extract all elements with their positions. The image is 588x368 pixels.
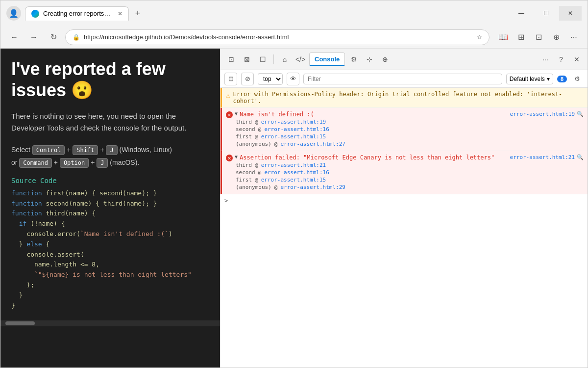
stack-row-2-1: third @ error-assert.html:21 <box>226 161 584 169</box>
search-error-2[interactable]: 🔍 <box>577 154 584 160</box>
fn-second-2: second <box>236 169 255 176</box>
stack-link-1-4[interactable]: error-assert.html:27 <box>280 141 345 147</box>
new-tab-button[interactable]: + <box>131 6 145 20</box>
browser-toolbar: 📖 ⊞ ⊡ ⊕ ··· <box>495 29 582 45</box>
close-devtools-button[interactable]: ✕ <box>570 53 584 66</box>
close-button[interactable]: ✕ <box>559 6 582 21</box>
ctrl-key: Control <box>32 145 65 155</box>
page-content: I've reported a few issues 😮 There is no… <box>0 49 220 320</box>
minimize-button[interactable]: — <box>510 6 533 21</box>
stack-link-1-3[interactable]: error-assert.html:15 <box>261 133 326 140</box>
console-prompt[interactable]: > <box>220 194 588 207</box>
console-tab[interactable]: Console <box>309 53 345 66</box>
maximize-button[interactable]: ☐ <box>535 6 557 21</box>
source-label: Source Code <box>11 177 209 184</box>
tab-close-button[interactable]: ✕ <box>118 10 122 17</box>
plus2: + <box>100 146 104 154</box>
page-subtitle: There is nothing to see here, you need t… <box>11 110 209 134</box>
error-text-1: Name isn't defined :( <box>240 111 314 118</box>
edge-favicon <box>31 10 39 18</box>
horizontal-scrollbar[interactable] <box>0 320 220 326</box>
active-tab[interactable]: Creating error reports and assert ✕ <box>25 6 129 21</box>
j-key2: J <box>97 158 108 168</box>
stack-link-2-2[interactable]: error-assert.html:16 <box>264 169 329 176</box>
cmd-key: Command <box>19 158 52 168</box>
console-settings-button[interactable]: ⚙ <box>571 73 584 85</box>
expand-error-1[interactable]: ▼ <box>235 111 238 116</box>
filter-button[interactable]: ⊘ <box>241 73 254 85</box>
main-content: I've reported a few issues 😮 There is no… <box>0 49 588 368</box>
context-select[interactable]: top <box>258 73 283 85</box>
stack-link-1-1[interactable]: error-assert.html:19 <box>261 119 326 125</box>
level-label: Default levels <box>510 76 545 82</box>
device-mode-button[interactable]: ⊠ <box>240 53 254 66</box>
refresh-button[interactable]: ↻ <box>46 29 61 45</box>
fn-first-1: first <box>236 133 252 140</box>
or-text: or <box>11 158 17 166</box>
chevron-down-icon: ▾ <box>547 76 550 82</box>
eye-icon[interactable]: 👁 <box>287 73 299 85</box>
favorites-icon[interactable]: ☆ <box>477 34 482 41</box>
back-button[interactable]: ← <box>6 29 22 45</box>
forward-button[interactable]: → <box>26 29 42 45</box>
code-block: function first(name) { second(name); } f… <box>11 188 209 311</box>
sources-tab[interactable]: ⚙ <box>347 53 361 66</box>
opt-key: Option <box>60 158 89 168</box>
title-bar: 👤 Creating error reports and assert ✕ + … <box>0 0 588 26</box>
stack-link-2-1[interactable]: error-assert.html:21 <box>261 162 326 168</box>
stack-link-1-2[interactable]: error-assert.html:16 <box>264 126 329 132</box>
web-page: I've reported a few issues 😮 There is no… <box>0 49 220 368</box>
error-message-2: ✕ ▼ Assertion failed: "Microsoft Edge Ca… <box>220 151 588 194</box>
stack-row-1-2: second @ error-assert.html:16 <box>226 126 584 133</box>
dock-button[interactable]: ☐ <box>256 53 270 66</box>
devtools-panel: ⊡ ⊠ ☐ ⌂ </> Console ⚙ ⊹ ⊕ ··· ? ✕ ⊡ ⊘ <box>220 49 588 368</box>
stack-row-2-2: second @ error-assert.html:16 <box>226 169 584 176</box>
page-title: I've reported a few issues 😮 <box>11 58 209 101</box>
search-error-1[interactable]: 🔍 <box>577 111 584 117</box>
stack-row-1-1: third @ error-assert.html:19 <box>226 118 584 126</box>
profile-avatar[interactable]: 👤 <box>6 6 21 21</box>
inspect-element-button[interactable]: ⊡ <box>224 53 238 66</box>
sidebar-icon[interactable]: ⊞ <box>513 29 529 45</box>
error-link-2[interactable]: error-assert.html:21 <box>510 154 575 160</box>
network-tab[interactable]: ⊹ <box>363 53 376 66</box>
filter-input[interactable] <box>303 74 502 84</box>
elements-tab[interactable]: </> <box>294 53 307 66</box>
error-text-2: Assertion failed: "Microsoft Edge Canary… <box>240 154 494 161</box>
devtools-toolbar: ⊡ ⊠ ☐ ⌂ </> Console ⚙ ⊹ ⊕ ··· ? ✕ <box>220 49 588 70</box>
address-input[interactable]: 🔒 https://microsoftedge.github.io/Demos/… <box>65 29 490 45</box>
error-link-1[interactable]: error-assert.html:19 <box>510 111 575 117</box>
stack-row-2-3: first @ error-assert.html:15 <box>226 176 584 184</box>
shift-key: Shift <box>73 145 98 155</box>
stack-link-2-4[interactable]: error-assert.html:29 <box>280 184 345 190</box>
more-tools-button[interactable]: ··· <box>539 53 552 66</box>
extensions-icon[interactable]: ⊕ <box>548 29 564 45</box>
clear-console-button[interactable]: ⊡ <box>224 73 237 85</box>
toolbar-separator <box>273 54 274 64</box>
expand-error-2[interactable]: ▼ <box>235 154 238 159</box>
stack-link-2-3[interactable]: error-assert.html:15 <box>261 177 326 183</box>
tab-title: Creating error reports and assert <box>43 10 112 17</box>
fn-anon-1: (anonymous) <box>236 141 271 147</box>
fn-second-1: second <box>236 126 255 132</box>
platform1: (Windows, Linux) <box>120 146 172 154</box>
help-button[interactable]: ? <box>554 53 568 66</box>
log-level-select[interactable]: Default levels ▾ <box>506 74 553 84</box>
hint-select: Select <box>11 146 30 154</box>
stack-row-2-4: (anonymous) @ error-assert.html:29 <box>226 184 584 191</box>
home-tab[interactable]: ⌂ <box>278 53 292 66</box>
platform2: (macOS). <box>110 158 139 166</box>
more-button[interactable]: ··· <box>566 29 582 45</box>
reader-mode-icon[interactable]: 📖 <box>495 29 511 45</box>
plus1: + <box>67 146 71 154</box>
performance-tab[interactable]: ⊕ <box>378 53 392 66</box>
error-icon-2: ✕ <box>226 155 233 161</box>
collections-icon[interactable]: ⊡ <box>531 29 546 45</box>
browser-window: 👤 Creating error reports and assert ✕ + … <box>0 0 588 368</box>
stack-row-1-4: (anonymous) @ error-assert.html:27 <box>226 140 584 148</box>
lock-icon: 🔒 <box>73 34 80 41</box>
window-controls: — ☐ ✕ <box>510 6 582 21</box>
warning-message: ⚠ Error with Permissions-Policy header: … <box>220 88 588 108</box>
scroll-thumb[interactable] <box>5 321 35 325</box>
warning-text: Error with Permissions-Policy header: Or… <box>233 91 562 105</box>
